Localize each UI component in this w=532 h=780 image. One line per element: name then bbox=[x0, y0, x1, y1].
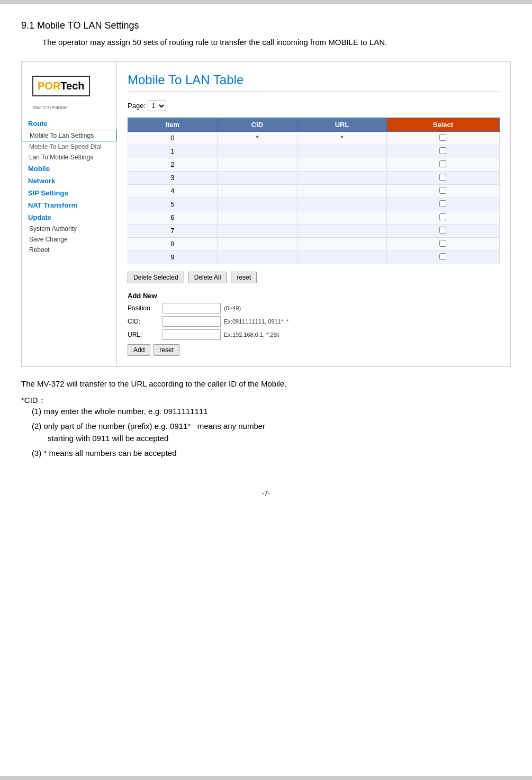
page-selector: Page: 1 2 3 4 5 bbox=[128, 101, 500, 111]
table-cell-cid bbox=[217, 145, 297, 158]
sidebar: PORTech Your CTI Partner Route Mobile To… bbox=[22, 62, 117, 366]
table-cell-select bbox=[386, 211, 499, 224]
table-row: 2 bbox=[128, 158, 500, 171]
table-cell-select bbox=[386, 145, 499, 158]
sidebar-item-route[interactable]: Route bbox=[22, 118, 116, 130]
table-cell-select bbox=[386, 131, 499, 145]
table-cell-url bbox=[297, 237, 386, 250]
col-header-url: URL bbox=[297, 118, 386, 131]
table-row: 6 bbox=[128, 211, 500, 224]
row-checkbox[interactable] bbox=[439, 213, 446, 220]
table-row: 1 bbox=[128, 145, 500, 158]
table-cell-url: * bbox=[297, 131, 386, 145]
row-checkbox[interactable] bbox=[439, 227, 446, 234]
intro-text: The operator may assign 50 sets of routi… bbox=[42, 37, 511, 49]
row-checkbox[interactable] bbox=[439, 240, 446, 247]
row-checkbox[interactable] bbox=[439, 200, 446, 207]
sidebar-item-update[interactable]: Update bbox=[22, 211, 116, 223]
row-checkbox[interactable] bbox=[439, 187, 446, 194]
sidebar-item-reboot[interactable]: Reboot bbox=[22, 245, 116, 255]
table-cell-item: 4 bbox=[128, 184, 218, 198]
sidebar-item-system-authority[interactable]: System Authority bbox=[22, 223, 116, 234]
url-row: URL: Ex:192.168.0.1, *:2St bbox=[128, 329, 500, 340]
table-cell-url bbox=[297, 211, 386, 224]
sidebar-item-mobile[interactable]: Mobile bbox=[22, 163, 116, 175]
data-table: Item CID URL Select 0 * * 1 2 3 4 bbox=[128, 118, 500, 264]
table-actions: Delete Selected Delete All reset bbox=[128, 272, 500, 283]
table-cell-item: 1 bbox=[128, 145, 218, 158]
row-checkbox[interactable] bbox=[439, 160, 446, 167]
table-cell-cid bbox=[217, 224, 297, 237]
delete-selected-button[interactable]: Delete Selected bbox=[128, 272, 184, 283]
col-header-select: Select bbox=[386, 118, 499, 131]
table-cell-cid bbox=[217, 184, 297, 198]
sidebar-item-mobile-to-lan-speed[interactable]: Mobile To Lan Speed Dial bbox=[22, 141, 116, 152]
table-cell-item: 8 bbox=[128, 237, 218, 250]
table-row: 5 bbox=[128, 198, 500, 211]
sidebar-item-nat[interactable]: NAT Transform bbox=[22, 199, 116, 211]
main-title: Mobile To LAN Table bbox=[128, 73, 500, 92]
sidebar-logo-sub: Your CTI Partner bbox=[32, 105, 111, 110]
cid-input[interactable] bbox=[163, 316, 221, 327]
table-cell-url bbox=[297, 158, 386, 171]
row-checkbox[interactable] bbox=[439, 253, 446, 260]
cid-section: *CID： (1) may enter the whole number, e.… bbox=[21, 396, 511, 460]
position-label: Position: bbox=[128, 304, 159, 312]
sidebar-item-network[interactable]: Network bbox=[22, 175, 116, 187]
delete-all-button[interactable]: Delete All bbox=[188, 272, 227, 283]
table-cell-cid bbox=[217, 171, 297, 184]
table-cell-select bbox=[386, 171, 499, 184]
row-checkbox[interactable] bbox=[439, 147, 446, 154]
cid-number: (1) bbox=[32, 407, 41, 416]
table-row: 8 bbox=[128, 237, 500, 250]
table-row: 3 bbox=[128, 171, 500, 184]
cid-hint: Ex:0911111111, 0911*, * bbox=[224, 318, 288, 325]
cid-list-item: (3) * means all numbers can be accepted bbox=[32, 447, 511, 460]
table-cell-cid bbox=[217, 211, 297, 224]
cid-list-item: (1) may enter the whole number, e.g. 091… bbox=[32, 406, 511, 418]
main-content: Mobile To LAN Table Page: 1 2 3 4 5 Item… bbox=[117, 62, 510, 366]
table-cell-cid bbox=[217, 237, 297, 250]
table-cell-cid bbox=[217, 198, 297, 211]
reset-table-button[interactable]: reset bbox=[231, 272, 257, 283]
add-new-title: Add New bbox=[128, 292, 500, 300]
table-cell-cid: * bbox=[217, 131, 297, 145]
table-cell-url bbox=[297, 198, 386, 211]
cid-row: CID: Ex:0911111111, 0911*, * bbox=[128, 316, 500, 327]
sidebar-item-mobile-to-lan[interactable]: Mobile To Lan Settings bbox=[22, 130, 116, 141]
page-label: Page: bbox=[128, 102, 146, 110]
add-button[interactable]: Add bbox=[128, 344, 150, 356]
position-row: Position: (0~49) bbox=[128, 303, 500, 313]
page-select[interactable]: 1 2 3 4 5 bbox=[148, 101, 166, 111]
table-cell-cid bbox=[217, 158, 297, 171]
url-hint: Ex:192.168.0.1, *:2St bbox=[224, 331, 279, 338]
url-input[interactable] bbox=[163, 329, 221, 340]
body-text: The MV-372 will transfer to the URL acco… bbox=[21, 378, 511, 390]
reset-add-button[interactable]: reset bbox=[154, 344, 179, 356]
table-cell-select bbox=[386, 184, 499, 198]
cid-indent: starting with 0911 will be accepted bbox=[48, 433, 168, 445]
row-checkbox[interactable] bbox=[439, 134, 446, 141]
position-input[interactable] bbox=[163, 303, 221, 313]
table-cell-url bbox=[297, 250, 386, 264]
table-cell-item: 5 bbox=[128, 198, 218, 211]
table-row: 7 bbox=[128, 224, 500, 237]
table-row: 0 * * bbox=[128, 131, 500, 145]
page-number: -7- bbox=[0, 484, 532, 503]
col-header-cid: CID bbox=[217, 118, 297, 131]
table-cell-item: 6 bbox=[128, 211, 218, 224]
add-section: Add New Position: (0~49) CID: Ex:0911111… bbox=[128, 292, 500, 356]
row-checkbox[interactable] bbox=[439, 174, 446, 181]
cid-list-item: (2) only part of the number (prefix) e.g… bbox=[32, 420, 511, 444]
sidebar-item-sip[interactable]: SIP Settings bbox=[22, 187, 116, 199]
table-cell-select bbox=[386, 198, 499, 211]
table-cell-select bbox=[386, 224, 499, 237]
sidebar-item-save-change[interactable]: Save Change bbox=[22, 234, 116, 245]
cid-title: *CID： bbox=[21, 396, 511, 406]
cid-number: (3) bbox=[32, 449, 41, 458]
sidebar-item-lan-to-mobile[interactable]: Lan To Mobile Settings bbox=[22, 152, 116, 163]
table-cell-item: 3 bbox=[128, 171, 218, 184]
position-hint: (0~49) bbox=[224, 305, 241, 311]
table-cell-select bbox=[386, 237, 499, 250]
table-cell-item: 9 bbox=[128, 250, 218, 264]
